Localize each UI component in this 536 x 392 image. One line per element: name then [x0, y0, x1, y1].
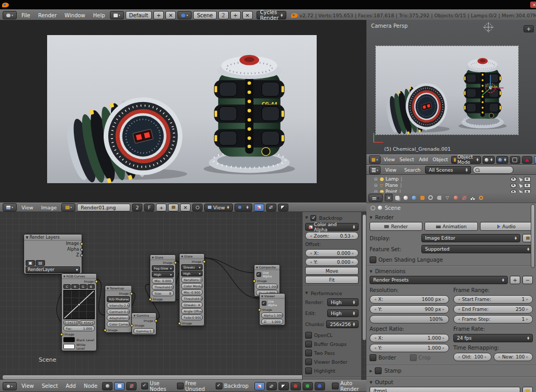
node-menu-select[interactable]: Select: [39, 383, 61, 389]
image-name-field[interactable]: Render01.png: [77, 204, 130, 211]
image-menu-image[interactable]: Image: [38, 205, 60, 210]
npanel-scrollbar[interactable]: [362, 214, 366, 341]
image-display-mode-selector[interactable]: View▲▼: [204, 204, 232, 211]
layout-delete-button[interactable]: ✕: [165, 11, 176, 19]
socket-dot[interactable]: [203, 260, 206, 263]
preset-add-button[interactable]: +: [510, 276, 520, 284]
pin-icon[interactable]: [192, 204, 203, 211]
image-pack-button[interactable]: [168, 204, 178, 211]
node-number-field[interactable]: Intensity:2.600: [107, 303, 130, 308]
node-number-field[interactable]: Size:8: [152, 290, 174, 296]
node-number-field[interactable]: Color Correct:0.000: [107, 321, 130, 327]
backdrop-z-toggle[interactable]: [278, 382, 289, 390]
editor-type-outliner-icon[interactable]: ▾: [369, 166, 381, 174]
backdrop-offset-x[interactable]: ◂X:0.000▸: [305, 249, 359, 257]
resolution-scale-slider[interactable]: 100%: [370, 315, 449, 323]
render-engine-selector[interactable]: Cycles Render▲▼: [256, 11, 286, 19]
perf-render-quality[interactable]: High▲▼: [327, 298, 359, 306]
node-dropdown[interactable]: R/D Photoreceptor▾: [107, 296, 130, 302]
remap-old-field[interactable]: ◂Old:100▸: [453, 353, 492, 361]
outliner-search-input[interactable]: [473, 166, 513, 174]
socket-dot[interactable]: [60, 333, 63, 336]
render-button[interactable]: Render: [370, 222, 422, 231]
render-result-icon[interactable]: ▣: [26, 260, 35, 266]
menu-help[interactable]: Help: [90, 13, 108, 18]
color-swatch[interactable]: [63, 337, 75, 342]
rotate-manipulator-icon[interactable]: [534, 156, 536, 164]
color-swatch-row[interactable]: White Level: [63, 343, 95, 350]
view3d-menu-view[interactable]: View: [382, 157, 396, 162]
node-header[interactable]: ▼RGB Curves: [62, 274, 96, 279]
translate-manipulator-icon[interactable]: [522, 156, 532, 164]
node-menu-add[interactable]: Add: [63, 383, 79, 389]
checkbox[interactable]: [256, 272, 261, 277]
scene-browse-icon[interactable]: ▾: [177, 11, 192, 19]
outliner-row-lamp[interactable]: ⊖ Lamp|: [366, 176, 536, 182]
node-dropdown[interactable]: Streaks▾: [181, 264, 203, 270]
node-output-socket[interactable]: Image: [132, 318, 156, 323]
pin-icon[interactable]: [371, 206, 375, 210]
remap-new-field[interactable]: ◂New:100▸: [494, 353, 533, 361]
node-header[interactable]: ▼Render Layers: [24, 234, 82, 241]
collapse-icon[interactable]: ▼: [181, 255, 183, 258]
frame-rate-selector[interactable]: 24 fps▲▼: [453, 334, 533, 342]
node-header[interactable]: ▼Gamma: [132, 313, 156, 318]
stamp-panel-header[interactable]: ▶Stamp: [370, 366, 533, 375]
socket-dot[interactable]: [80, 248, 83, 251]
tab-world[interactable]: [410, 194, 418, 201]
viewport-add-view-button[interactable]: +: [523, 25, 534, 32]
node-output-socket[interactable]: Image: [24, 241, 82, 247]
tab-texture[interactable]: [460, 194, 468, 201]
mode-selector[interactable]: Object Mode▲▼: [451, 156, 481, 164]
osl-checkbox[interactable]: [370, 256, 376, 263]
fake-user-button[interactable]: F: [144, 204, 154, 211]
3d-viewport[interactable]: Camera Persp + (5) Chemical_Grenade.001 …: [366, 20, 536, 165]
node-input-socket[interactable]: Image: [180, 321, 204, 326]
renderability-icon[interactable]: [524, 183, 531, 188]
node-canvas[interactable]: ▼Render LayersImageAlphaZ▣▤RenderLayer▾▼…: [0, 212, 302, 381]
two-pass-checkbox[interactable]: [305, 350, 312, 356]
socket-dot[interactable]: [104, 329, 107, 332]
scene-add-button[interactable]: +: [230, 11, 241, 19]
node-dropdown[interactable]: High▾: [152, 272, 174, 277]
image-users-count[interactable]: 2: [132, 204, 142, 211]
texture-nodes-toggle[interactable]: [126, 382, 137, 390]
node-number-field[interactable]: Angle Offset:0°: [181, 308, 203, 314]
node-header[interactable]: ▼Tonemap: [105, 286, 131, 291]
color-swatch[interactable]: [63, 344, 75, 349]
node-number-field[interactable]: Gamma:1.100: [133, 328, 154, 334]
node-menu-view[interactable]: View: [18, 383, 37, 389]
image-browse-icon[interactable]: ▾: [61, 203, 75, 211]
tab-render[interactable]: [385, 194, 393, 201]
viewport-shading-selector[interactable]: ▲▼: [483, 156, 495, 164]
collapse-icon[interactable]: ▼: [26, 236, 28, 240]
backdrop-panel-header[interactable]: ▼ Backdrop: [305, 214, 359, 222]
node-output-socket[interactable]: Image: [62, 279, 96, 284]
node-dropdown[interactable]: RenderLayer▾: [26, 266, 80, 273]
outliner-scope-selector[interactable]: All Scenes▲▼: [425, 166, 471, 174]
crop-checkbox[interactable]: [410, 354, 417, 361]
node-header[interactable]: ▼Viewer: [260, 294, 285, 299]
collapse-icon[interactable]: ▼: [107, 287, 109, 290]
stamp-checkbox[interactable]: [375, 367, 382, 374]
socket-dot[interactable]: [174, 261, 177, 264]
node-number-field[interactable]: Mix:0.000: [152, 278, 174, 284]
node-number-field[interactable]: Iterations:3: [181, 277, 203, 283]
node-viewer[interactable]: ▼ViewerUse AlphaImageAlpha:1.000Z:1.000: [259, 293, 285, 326]
selectability-icon[interactable]: [518, 176, 523, 182]
backdrop-checkbox[interactable]: [216, 383, 222, 389]
pivot-point-selector[interactable]: ▲▼: [496, 156, 508, 164]
socket-dot[interactable]: [130, 292, 133, 295]
menu-render[interactable]: Render: [35, 13, 60, 18]
node-number-field[interactable]: Alpha:1.000: [256, 284, 278, 289]
node-header[interactable]: ▼Composite: [254, 265, 280, 270]
backdrop-move-button[interactable]: Move: [305, 267, 359, 275]
node-number-field[interactable]: 0.04233: [63, 320, 79, 325]
folder-icon[interactable]: [522, 387, 533, 392]
tab-material[interactable]: [452, 194, 460, 201]
tab-modifiers[interactable]: [435, 194, 443, 201]
scene-selector[interactable]: Scene: [193, 11, 217, 19]
pivot-selector[interactable]: ▲▼: [234, 204, 252, 211]
scene-delete-button[interactable]: ✕: [242, 11, 253, 19]
start-frame-field[interactable]: ◂Start Frame:1▸: [453, 295, 533, 304]
